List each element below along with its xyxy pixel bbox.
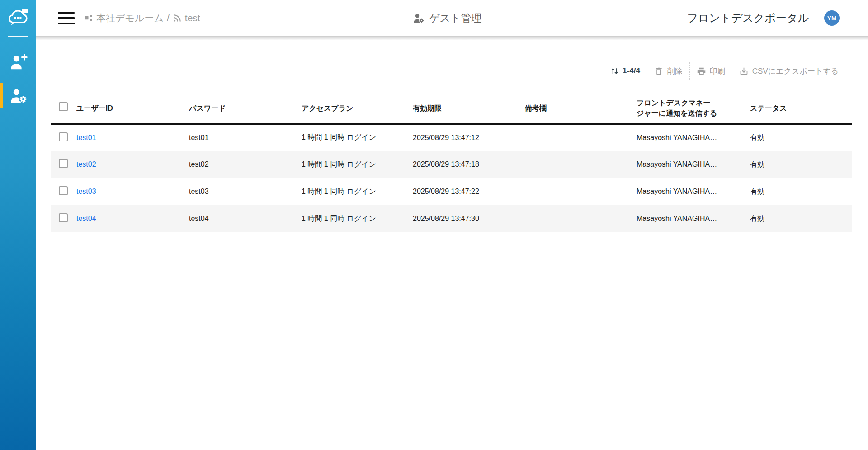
print-button-label: 印刷: [710, 66, 725, 76]
row-checkbox[interactable]: [59, 132, 68, 141]
cell-password: test04: [189, 205, 302, 232]
cell-remarks: [525, 205, 637, 232]
cell-status: 有効: [750, 178, 852, 205]
col-header-user-id: ユーザーID: [76, 93, 189, 124]
sidebar-item-guest-management[interactable]: [0, 81, 36, 110]
sidebar-item-add-guest[interactable]: [0, 48, 36, 77]
table-row: test01 test01 1 時間 1 同時 ログイン 2025/08/29 …: [51, 124, 852, 151]
cell-access-plan: 1 時間 1 同時 ログイン: [302, 178, 413, 205]
guest-table: ユーザーID パスワード アクセスプラン 有効期限 備考欄 フロントデスクマネー…: [51, 93, 852, 232]
cell-expiration: 2025/08/29 13:47:30: [413, 205, 525, 232]
sidebar-divider: [8, 36, 28, 37]
row-checkbox[interactable]: [59, 213, 68, 222]
sidebar: [0, 0, 36, 450]
select-all-checkbox[interactable]: [59, 102, 68, 111]
main-content: 1-4/4 削除 印刷 CSVにエクスポートする: [36, 36, 868, 450]
top-header: 本社デモルーム / test ゲスト管理: [36, 0, 868, 36]
cell-notify-manager: Masayoshi YANAGIHA…: [637, 124, 750, 151]
col-header-access-plan: アクセスプラン: [302, 93, 413, 124]
cell-access-plan: 1 時間 1 同時 ログイン: [302, 124, 413, 151]
user-id-link[interactable]: test01: [76, 134, 96, 141]
page-title: ゲスト管理: [429, 11, 482, 25]
user-avatar[interactable]: YM: [824, 10, 840, 26]
col-header-status: ステータス: [750, 93, 852, 124]
user-id-link[interactable]: test04: [76, 215, 96, 222]
table-row: test04 test04 1 時間 1 同時 ログイン 2025/08/29 …: [51, 205, 852, 232]
download-icon: [739, 66, 749, 76]
cell-notify-manager: Masayoshi YANAGIHA…: [637, 178, 750, 205]
cell-expiration: 2025/08/29 13:47:12: [413, 124, 525, 151]
table-row: test03 test03 1 時間 1 同時 ログイン 2025/08/29 …: [51, 178, 852, 205]
toolbar-separator: [647, 62, 647, 80]
cell-password: test01: [189, 124, 302, 151]
cell-remarks: [525, 151, 637, 178]
room-feed-icon: [173, 14, 182, 23]
breadcrumb-separator: /: [167, 13, 170, 23]
trash-icon: [654, 66, 664, 76]
user-id-link[interactable]: test03: [76, 188, 96, 195]
breadcrumb: 本社デモルーム / test: [85, 12, 200, 24]
cell-access-plan: 1 時間 1 同時 ログイン: [302, 151, 413, 178]
person-add-icon: [9, 53, 28, 72]
col-header-expiration: 有効期限: [413, 93, 525, 124]
cell-password: test03: [189, 178, 302, 205]
col-header-remarks: 備考欄: [525, 93, 637, 124]
cell-remarks: [525, 178, 637, 205]
person-gear-icon: [9, 86, 28, 105]
cell-password: test02: [189, 151, 302, 178]
cell-status: 有効: [750, 151, 852, 178]
delete-button-label: 削除: [667, 66, 683, 76]
toolbar-separator: [732, 62, 732, 80]
sort-icon[interactable]: [610, 67, 619, 75]
printer-icon: [697, 66, 706, 76]
col-header-notify-manager: フロントデスクマネージャーに通知を送信する: [637, 93, 750, 124]
row-checkbox[interactable]: [59, 186, 68, 195]
print-button[interactable]: 印刷: [697, 66, 725, 76]
header-right: フロントデスクポータル YM: [687, 10, 868, 26]
export-csv-button[interactable]: CSVにエクスポートする: [739, 66, 839, 76]
breadcrumb-site[interactable]: 本社デモルーム: [96, 12, 164, 24]
cell-status: 有効: [750, 205, 852, 232]
cell-expiration: 2025/08/29 13:47:22: [413, 178, 525, 205]
site-icon: [85, 14, 93, 23]
page-title-group: ゲスト管理: [412, 0, 482, 36]
menu-hamburger-button[interactable]: [58, 12, 75, 24]
cloud-chat-logo-icon: [6, 6, 30, 29]
cell-remarks: [525, 124, 637, 151]
app-logo: [0, 0, 36, 35]
col-header-password: パスワード: [189, 93, 302, 124]
toolbar-separator: [689, 62, 690, 80]
row-checkbox[interactable]: [59, 159, 68, 168]
row-range-label: 1-4/4: [623, 66, 640, 75]
export-csv-label: CSVにエクスポートする: [752, 66, 839, 76]
cell-expiration: 2025/08/29 13:47:18: [413, 151, 525, 178]
guest-management-icon: [412, 12, 425, 24]
cell-notify-manager: Masayoshi YANAGIHA…: [637, 151, 750, 178]
pagination-info: 1-4/4: [610, 66, 640, 75]
cell-status: 有効: [750, 124, 852, 151]
app-title: フロントデスクポータル: [687, 11, 809, 25]
cell-access-plan: 1 時間 1 同時 ログイン: [302, 205, 413, 232]
table-row: test02 test02 1 時間 1 同時 ログイン 2025/08/29 …: [51, 151, 852, 178]
active-item-indicator: [0, 83, 3, 108]
user-id-link[interactable]: test02: [76, 160, 96, 168]
breadcrumb-room[interactable]: test: [185, 13, 200, 23]
table-header: ユーザーID パスワード アクセスプラン 有効期限 備考欄 フロントデスクマネー…: [51, 93, 852, 124]
table-toolbar: 1-4/4 削除 印刷 CSVにエクスポートする: [36, 62, 839, 80]
delete-button[interactable]: 削除: [654, 66, 683, 76]
cell-notify-manager: Masayoshi YANAGIHA…: [637, 205, 750, 232]
